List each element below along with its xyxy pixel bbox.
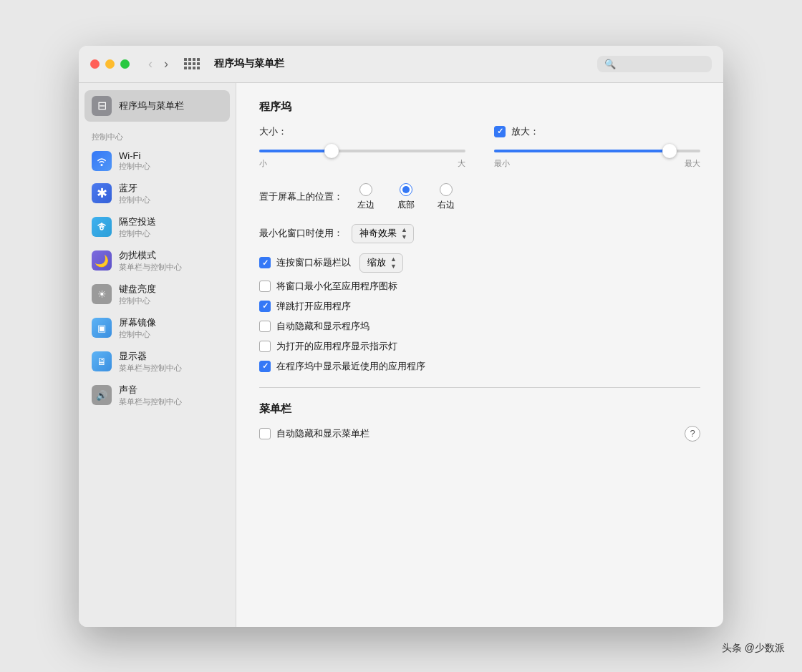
sidebar-item-dnd[interactable]: 🌙 勿扰模式 菜单栏与控制中心 bbox=[79, 244, 236, 278]
back-button[interactable]: ‹ bbox=[144, 55, 157, 73]
sound-text: 声音 菜单栏与控制中心 bbox=[119, 384, 182, 407]
bounce-checkbox[interactable] bbox=[259, 301, 271, 312]
magnification-label: 放大： bbox=[511, 125, 539, 138]
auto-hide-dock-row: 自动隐藏和显示程序坞 bbox=[259, 320, 700, 333]
auto-hide-menu-row: 自动隐藏和显示菜单栏 bbox=[259, 427, 369, 440]
display-icon: 🖥 bbox=[92, 351, 112, 371]
radio-right[interactable] bbox=[440, 183, 453, 196]
minimize-effect-select[interactable]: 神奇效果 ▲ ▼ bbox=[352, 224, 414, 243]
indicators-checkbox[interactable] bbox=[259, 341, 271, 352]
size-slider-wrapper[interactable] bbox=[259, 144, 465, 158]
mag-slider-labels: 最小 最大 bbox=[494, 158, 700, 169]
minimize-to-app-checkbox[interactable] bbox=[259, 281, 271, 292]
radio-left[interactable] bbox=[359, 183, 372, 196]
mag-slider-fill bbox=[494, 150, 670, 152]
menubar-row: 自动隐藏和显示菜单栏 ? bbox=[259, 426, 700, 442]
auto-hide-menu-checkbox[interactable] bbox=[259, 428, 271, 439]
size-slider-thumb[interactable] bbox=[324, 144, 339, 158]
sidebar-active-label: 程序坞与菜单栏 bbox=[119, 99, 184, 112]
mirror-icon: ▣ bbox=[92, 318, 112, 338]
magnification-section: 放大： 最小 最大 bbox=[494, 125, 700, 169]
sidebar-item-keyboard[interactable]: ☀ 键盘亮度 控制中心 bbox=[79, 278, 236, 311]
section-menubar-title: 菜单栏 bbox=[259, 402, 291, 416]
minimize-button[interactable] bbox=[105, 59, 115, 69]
sidebar-item-mirror[interactable]: ▣ 屏幕镜像 控制中心 bbox=[79, 311, 236, 345]
size-section: 大小： 小 大 bbox=[259, 125, 465, 169]
search-box[interactable]: 🔍 bbox=[597, 56, 712, 72]
help-button[interactable]: ? bbox=[685, 426, 700, 442]
select-arrows: ▲ ▼ bbox=[401, 227, 407, 240]
minimize-to-app-label: 将窗口最小化至应用程序图标 bbox=[276, 280, 397, 293]
traffic-lights bbox=[90, 59, 130, 69]
preferences-window: ‹ › 程序坞与菜单栏 🔍 ⊟ 程序坞与菜单栏 控制中心 bbox=[79, 46, 723, 627]
search-input[interactable] bbox=[620, 59, 705, 69]
position-right[interactable]: 右边 bbox=[438, 183, 455, 211]
forward-button[interactable]: › bbox=[160, 55, 173, 73]
section-dock-title: 程序坞 bbox=[259, 100, 700, 114]
close-button[interactable] bbox=[90, 59, 100, 69]
search-icon: 🔍 bbox=[604, 59, 616, 69]
size-label: 大小： bbox=[259, 125, 465, 138]
minimize-to-app-row: 将窗口最小化至应用程序图标 bbox=[259, 280, 700, 293]
sidebar-item-sound[interactable]: 🔊 声音 菜单栏与控制中心 bbox=[79, 379, 236, 412]
window-title: 程序坞与菜单栏 bbox=[214, 57, 284, 70]
sidebar-item-display[interactable]: 🖥 显示器 菜单栏与控制中心 bbox=[79, 345, 236, 379]
sidebar-active-item-dock[interactable]: ⊟ 程序坞与菜单栏 bbox=[84, 90, 230, 122]
recent-apps-row: 在程序坞中显示最近使用的应用程序 bbox=[259, 360, 700, 373]
dnd-icon: 🌙 bbox=[92, 250, 112, 271]
sidebar-item-bluetooth[interactable]: ✱ 蓝牙 控制中心 bbox=[79, 177, 236, 210]
double-click-select-arrows: ▲ ▼ bbox=[390, 256, 397, 270]
auto-hide-dock-label: 自动隐藏和显示程序坞 bbox=[276, 320, 369, 333]
position-left-label: 左边 bbox=[357, 199, 375, 211]
position-left[interactable]: 左边 bbox=[357, 183, 375, 211]
wifi-text: Wi-Fi 控制中心 bbox=[119, 150, 150, 172]
position-label: 置于屏幕上的位置： bbox=[259, 190, 343, 203]
content-area: ⊟ 程序坞与菜单栏 控制中心 Wi-Fi 控制中心 ✱ bbox=[79, 83, 723, 627]
radio-bottom[interactable] bbox=[400, 183, 412, 196]
dbl-arrow-down-icon: ▼ bbox=[390, 263, 397, 270]
nav-buttons: ‹ › bbox=[144, 55, 173, 73]
recent-apps-checkbox[interactable] bbox=[259, 361, 271, 372]
dbl-arrow-up-icon: ▲ bbox=[390, 256, 397, 263]
sidebar-item-wifi[interactable]: Wi-Fi 控制中心 bbox=[79, 145, 236, 177]
dnd-text: 勿扰模式 菜单栏与控制中心 bbox=[119, 249, 182, 273]
size-slider-track bbox=[259, 150, 465, 152]
main-content: 程序坞 大小： 小 大 bbox=[236, 83, 723, 627]
position-right-label: 右边 bbox=[438, 199, 455, 211]
size-slider-labels: 小 大 bbox=[259, 158, 465, 169]
keyboard-icon: ☀ bbox=[92, 284, 112, 304]
sidebar-section-control-center: 控制中心 bbox=[79, 123, 236, 145]
keyboard-text: 键盘亮度 控制中心 bbox=[119, 283, 156, 306]
sidebar: ⊟ 程序坞与菜单栏 控制中心 Wi-Fi 控制中心 ✱ bbox=[79, 83, 236, 627]
mag-slider-wrapper[interactable] bbox=[494, 144, 700, 158]
arrow-up-icon: ▲ bbox=[401, 227, 407, 233]
sound-icon: 🔊 bbox=[92, 385, 112, 405]
minimize-label: 最小化窗口时使用： bbox=[259, 227, 343, 240]
section-divider bbox=[259, 387, 700, 388]
double-click-action-select[interactable]: 缩放 ▲ ▼ bbox=[359, 253, 403, 273]
mag-slider-track bbox=[494, 150, 700, 152]
position-radio-group: 左边 底部 右边 bbox=[357, 183, 455, 211]
maximize-button[interactable] bbox=[120, 59, 130, 69]
titlebar: ‹ › 程序坞与菜单栏 🔍 bbox=[79, 46, 723, 83]
bluetooth-text: 蓝牙 控制中心 bbox=[119, 182, 150, 205]
size-slider-fill bbox=[259, 150, 332, 152]
position-bottom[interactable]: 底部 bbox=[397, 183, 415, 211]
bounce-row: 弹跳打开应用程序 bbox=[259, 300, 700, 313]
watermark: 头条 @少数派 bbox=[722, 642, 785, 655]
airdrop-icon bbox=[92, 217, 112, 237]
auto-hide-dock-checkbox[interactable] bbox=[259, 321, 271, 332]
bounce-label: 弹跳打开应用程序 bbox=[276, 300, 351, 313]
indicators-row: 为打开的应用程序显示指示灯 bbox=[259, 340, 700, 353]
airdrop-text: 隔空投送 控制中心 bbox=[119, 215, 156, 239]
auto-hide-menu-label: 自动隐藏和显示菜单栏 bbox=[276, 427, 369, 440]
mag-slider-thumb[interactable] bbox=[662, 144, 677, 158]
minimize-effect-value: 神奇效果 bbox=[359, 227, 397, 240]
magnification-checkbox[interactable] bbox=[494, 126, 506, 137]
bluetooth-icon: ✱ bbox=[92, 183, 112, 203]
sidebar-item-airdrop[interactable]: 隔空投送 控制中心 bbox=[79, 210, 236, 244]
double-click-checkbox[interactable] bbox=[259, 257, 271, 268]
double-click-row: 连按窗口标题栏以 缩放 ▲ ▼ bbox=[259, 253, 700, 273]
grid-icon[interactable] bbox=[184, 58, 200, 69]
display-text: 显示器 菜单栏与控制中心 bbox=[119, 350, 182, 374]
